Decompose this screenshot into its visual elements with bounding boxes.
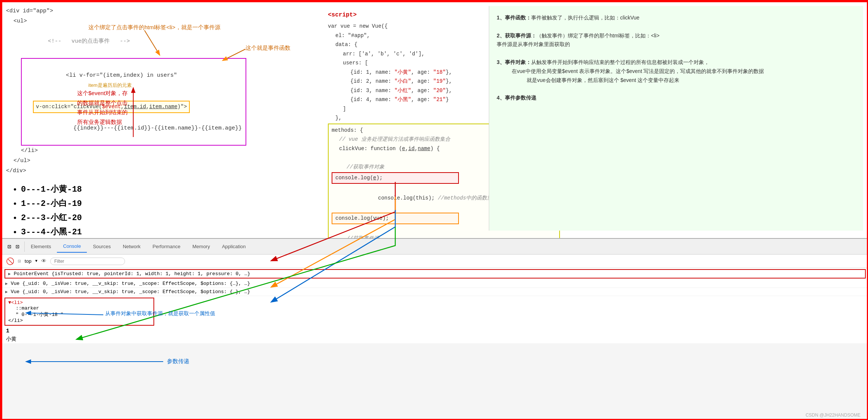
- ann-item3-indent: 在vue中使用全局变量$event 表示事件对象。这个$event 写法是固定的…: [512, 67, 856, 76]
- console-output: ▶ PointerEvent {isTrusted: true, pointer…: [2, 268, 868, 343]
- devtools-header: ⊡ ⊡ Elements Console Sources Network Per…: [2, 239, 868, 255]
- tab-performance[interactable]: Performance: [147, 241, 186, 252]
- ul-close-line: </ul>: [13, 156, 313, 166]
- ann-event-func: 这个就是事件函数: [246, 43, 290, 52]
- ann-item4: 4、事件参数传递: [497, 94, 856, 103]
- middle-code-panel: <script> var vue = new Vue({ el: "#app",…: [324, 6, 481, 231]
- console-log-vue: console.log(vue);: [335, 215, 389, 221]
- ann-get-source: 从事件对象中获取事件源，就是获取一个属性值: [105, 310, 215, 317]
- tab-memory[interactable]: Memory: [186, 241, 216, 252]
- console-log-e: console.log(e);: [335, 175, 383, 181]
- expand-icon[interactable]: ▶: [8, 271, 11, 276]
- div-close-line: </div>: [6, 166, 313, 176]
- ann-event-source: 这个绑定了点击事件的html标签<li>，就是一个事件源: [88, 23, 220, 32]
- tab-sources[interactable]: Sources: [87, 241, 117, 252]
- ann-item2-body: 事件源是从事件对象里面获取的: [497, 40, 856, 49]
- ann-item3-body2: 就是vue会创建事件对象，然后塞到这个 $event 这个变量中存起来: [527, 76, 856, 85]
- console-vue2-text: Vue {_uid: 0, _isVue: true, __v_skip: tr…: [11, 289, 250, 295]
- list-item: 2---3-小红-20: [21, 212, 313, 223]
- tab-application[interactable]: Application: [216, 241, 252, 252]
- ann-event-obj: 这个$event对象，存 的数据就是整个点击 事件从开始到结束的 所有业务逻辑数…: [77, 88, 128, 127]
- level-dropdown-icon[interactable]: ▼: [35, 259, 37, 263]
- responsive-icon[interactable]: ⊡: [13, 241, 22, 252]
- li-template-line: {{index}}---{{item.id}}-{{item.name}}-{{…: [33, 113, 242, 143]
- level-label: top: [25, 258, 31, 264]
- console-row-vue1: ▶ Vue {_uid: 0, _isVue: true, __v_skip: …: [2, 280, 868, 288]
- ann-item3: 3、事件对象：从触发事件开始到事件响应结束的整个过程的所有信息都被封装成一个对象…: [497, 58, 856, 67]
- list-output: 0---1-小黄-18 1---2-小白-19 2---3-小红-20 3---…: [10, 183, 313, 237]
- tab-console[interactable]: Console: [57, 240, 87, 253]
- ann-item1: 1、事件函数：事件被触发了，执行什么逻辑，比如：clickVue: [497, 13, 856, 22]
- list-item: 3---4-小黑-21: [21, 226, 313, 237]
- script-open-tag: <script>: [328, 10, 478, 20]
- li-close-line: </li>: [21, 146, 313, 156]
- console-pointer-event-text: PointerEvent {isTrusted: true, pointerId…: [14, 271, 250, 277]
- filter-icon: ⊡: [18, 258, 21, 264]
- expand-icon[interactable]: ▶: [5, 281, 8, 286]
- li-box-line4: </li>: [8, 318, 150, 323]
- console-toolbar: 🚫 ⊡ top ▼ 👁: [2, 255, 868, 268]
- right-annotation-panel: 1、事件函数：事件被触发了，执行什么逻辑，比如：clickVue 2、获取事件源…: [489, 6, 863, 231]
- filter-input[interactable]: [50, 258, 125, 265]
- li-for-line: <li v-for="(item,index) in users" item是遍…: [25, 60, 242, 101]
- console-name-output: 小黄: [2, 335, 868, 343]
- left-code-panel: <div id="app"> <ul> <!-- vue的点击事件 --> <l…: [6, 6, 313, 231]
- console-row-vue2: ▶ Vue {_uid: 0, _isVue: true, __v_skip: …: [2, 288, 868, 296]
- console-vue1-text: Vue {_uid: 0, _isVue: true, __v_skip: tr…: [11, 281, 250, 286]
- inspect-icon[interactable]: ⊡: [5, 241, 13, 252]
- tab-network[interactable]: Network: [117, 241, 147, 252]
- devtools-panel: ⊡ ⊡ Elements Console Sources Network Per…: [2, 238, 868, 420]
- list-item: 0---1-小黄-18: [21, 183, 313, 195]
- expand-icon[interactable]: ▶: [5, 289, 8, 294]
- tab-elements[interactable]: Elements: [25, 241, 57, 252]
- list-item: 1---2-小白-19: [21, 198, 313, 209]
- ann-item2: 2、获取事件源：（触发事件）绑定了事件的那个html标签，比如：<li>: [497, 31, 856, 40]
- li-box-line1: ▼<li>: [8, 300, 150, 305]
- console-row-pointer-event: ▶ PointerEvent {isTrusted: true, pointer…: [4, 269, 866, 279]
- div-app-line: <div id="app">: [6, 6, 313, 16]
- console-number-output: 1: [2, 327, 868, 335]
- ann-param-pass: 参数传递: [167, 358, 189, 365]
- clear-console-btn[interactable]: 🚫: [6, 257, 14, 265]
- footer-text: CSDN @JH22HANDSOME: [805, 413, 861, 418]
- eye-icon[interactable]: 👁: [41, 258, 46, 264]
